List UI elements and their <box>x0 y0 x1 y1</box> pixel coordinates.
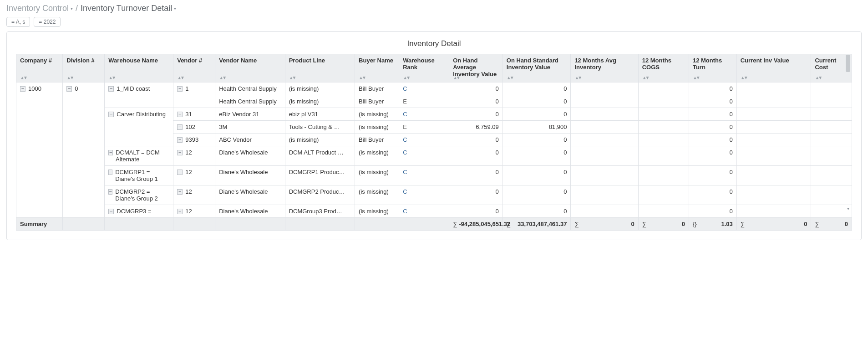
cell-rank[interactable]: C <box>399 185 449 205</box>
cell-12m-avg <box>571 205 638 218</box>
cell-warehouse[interactable]: −DCMGRP2 = Diane's Group 2 <box>105 185 173 205</box>
col-product-line[interactable]: Product Line▲▼ <box>285 54 355 82</box>
cell-12m-cogs <box>638 185 689 205</box>
collapse-icon[interactable]: − <box>177 209 183 214</box>
cell-12m-turn: 0 <box>689 121 736 134</box>
sort-icon[interactable]: ▲▼ <box>108 75 115 80</box>
cell-12m-avg <box>571 166 638 185</box>
cell-rank[interactable]: C <box>399 205 449 218</box>
table-row: −DCMGRP2 = Diane's Group 2−12Diane's Who… <box>16 185 852 205</box>
cell-warehouse[interactable]: −Carver Distributing <box>105 108 173 146</box>
col-12m-avg[interactable]: 12 Months Avg Inventory▲▼ <box>571 54 638 82</box>
cell-rank[interactable]: C <box>399 166 449 185</box>
collapse-icon[interactable]: − <box>108 170 112 175</box>
sort-icon[interactable]: ▲▼ <box>403 75 409 80</box>
cell-warehouse[interactable]: −1_MID coast <box>105 82 173 108</box>
inventory-table: Company #▲▼ Division #▲▼ Warehouse Name▲… <box>16 54 852 231</box>
sort-icon[interactable]: ▲▼ <box>289 75 295 80</box>
collapse-icon[interactable]: − <box>177 124 183 130</box>
collapse-icon[interactable]: − <box>20 86 25 92</box>
cell-division[interactable]: −0 <box>63 82 105 218</box>
col-vendor-num[interactable]: Vendor #▲▼ <box>173 54 215 82</box>
cell-cur-inv <box>736 108 811 121</box>
sort-icon[interactable]: ▲▼ <box>815 75 821 80</box>
cell-vendor-num[interactable]: −102 <box>173 121 215 134</box>
scroll-down-icon[interactable]: ▾ <box>846 206 850 211</box>
col-division[interactable]: Division #▲▼ <box>63 54 105 82</box>
cell-12m-avg <box>571 121 638 134</box>
cell-12m-cogs <box>638 134 689 146</box>
breadcrumb-separator: / <box>76 4 78 13</box>
sort-icon[interactable]: ▲▼ <box>359 75 365 80</box>
col-rank[interactable]: Warehouse Rank▲▼ <box>399 54 449 82</box>
cell-rank[interactable]: C <box>399 134 449 146</box>
cell-vendor-num[interactable]: −12 <box>173 185 215 205</box>
collapse-icon[interactable]: − <box>177 189 183 195</box>
cell-oh-avg: 0 <box>449 134 503 146</box>
sort-icon[interactable]: ▲▼ <box>219 75 225 80</box>
collapse-icon[interactable]: − <box>66 86 72 92</box>
collapse-icon[interactable]: − <box>177 170 183 175</box>
scrollbar-thumb[interactable] <box>846 55 850 72</box>
collapse-icon[interactable]: − <box>177 137 183 143</box>
scrollbar-vertical[interactable] <box>846 54 850 204</box>
cell-oh-std: 81,900 <box>503 121 571 134</box>
collapse-icon[interactable]: − <box>177 150 183 155</box>
cell-vendor-num[interactable]: −9393 <box>173 134 215 146</box>
cell-rank[interactable]: C <box>399 82 449 95</box>
table-row: −DCMALT = DCM Alternate−12Diane's Wholes… <box>16 146 852 166</box>
cell-rank[interactable]: C <box>399 108 449 121</box>
cell-company[interactable]: −1000 <box>16 82 63 218</box>
cell-vendor-num[interactable]: −31 <box>173 108 215 121</box>
cell-vendor-num[interactable]: −1 <box>173 82 215 108</box>
collapse-icon[interactable]: − <box>177 112 183 117</box>
cell-buyer: (is missing) <box>355 185 399 205</box>
summary-oh-avg: ∑-94,285,045,651.32 <box>449 218 503 231</box>
cell-product-line: (is missing) <box>285 82 355 95</box>
cell-cur-inv <box>736 134 811 146</box>
cell-vendor-name: Diane's Wholesale <box>215 205 285 218</box>
sort-icon[interactable]: ▲▼ <box>507 75 513 80</box>
col-company[interactable]: Company #▲▼ <box>16 54 63 82</box>
sort-icon[interactable]: ▲▼ <box>574 75 581 80</box>
collapse-icon[interactable]: − <box>108 86 114 92</box>
cell-12m-turn: 0 <box>689 185 736 205</box>
collapse-icon[interactable]: − <box>108 150 113 155</box>
cell-warehouse[interactable]: −DCMALT = DCM Alternate <box>105 146 173 166</box>
sort-icon[interactable]: ▲▼ <box>66 75 73 80</box>
cell-warehouse[interactable]: −DCMGRP3 = <box>105 205 173 218</box>
breadcrumb-level-2[interactable]: Inventory Turnover Detail ▾ <box>81 4 176 13</box>
sort-icon[interactable]: ▲▼ <box>453 75 459 80</box>
cell-cur-inv <box>736 146 811 166</box>
col-oh-avg[interactable]: On Hand Average Inventory Value▲▼ <box>449 54 503 82</box>
sort-icon[interactable]: ▲▼ <box>642 75 649 80</box>
col-oh-std[interactable]: On Hand Standard Inventory Value▲▼ <box>503 54 571 82</box>
sort-icon[interactable]: ▲▼ <box>741 75 747 80</box>
sort-icon[interactable]: ▲▼ <box>177 75 183 80</box>
cell-oh-avg: 0 <box>449 95 503 108</box>
collapse-icon[interactable]: − <box>108 189 112 195</box>
cell-vendor-num[interactable]: −12 <box>173 146 215 166</box>
cell-warehouse[interactable]: −DCMGRP1 = Diane's Group 1 <box>105 166 173 185</box>
cell-12m-avg <box>571 185 638 205</box>
col-vendor-name[interactable]: Vendor Name▲▼ <box>215 54 285 82</box>
sort-icon[interactable]: ▲▼ <box>693 75 699 80</box>
filter-chip-2[interactable]: = 2022 <box>34 17 61 27</box>
col-12m-cogs[interactable]: 12 Months COGS▲▼ <box>638 54 689 82</box>
sort-icon[interactable]: ▲▼ <box>20 75 26 80</box>
cell-rank[interactable]: C <box>399 146 449 166</box>
col-buyer[interactable]: Buyer Name▲▼ <box>355 54 399 82</box>
col-cur-inv[interactable]: Current Inv Value▲▼ <box>736 54 811 82</box>
cell-vendor-num[interactable]: −12 <box>173 205 215 218</box>
cell-vendor-num[interactable]: −12 <box>173 166 215 185</box>
filter-chip-1[interactable]: = A, s <box>6 17 30 27</box>
cell-vendor-name: Diane's Wholesale <box>215 146 285 166</box>
col-12m-turn[interactable]: 12 Months Turn▲▼ <box>689 54 736 82</box>
summary-cur-cost: ∑0 <box>811 218 852 231</box>
report-card: Inventory Detail Company #▲▼ Division #▲… <box>6 31 862 240</box>
collapse-icon[interactable]: − <box>108 209 114 214</box>
collapse-icon[interactable]: − <box>177 86 183 92</box>
col-warehouse[interactable]: Warehouse Name▲▼ <box>105 54 173 82</box>
collapse-icon[interactable]: − <box>108 112 114 117</box>
breadcrumb-level-1[interactable]: Inventory Control ▾ <box>6 4 73 13</box>
